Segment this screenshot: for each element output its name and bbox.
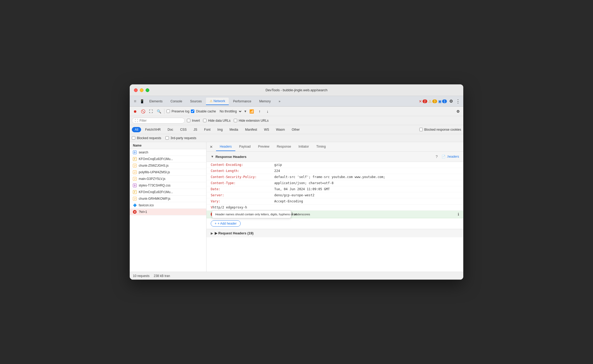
plus-icon: + xyxy=(215,222,217,225)
record-button[interactable]: ⏺ xyxy=(132,108,138,115)
header-value-vary2: http/2 edgeproxy-h xyxy=(213,206,459,209)
detail-tab-initiator[interactable]: Initiator xyxy=(295,143,312,151)
filter-icon: ⛶ xyxy=(135,119,138,122)
header-row-server: Server: deno/gcp-europe-west2 xyxy=(206,192,463,198)
headers-content: ▼ Response Headers ? 📄 .headers Content-… xyxy=(206,152,463,272)
minimize-button[interactable] xyxy=(140,88,143,92)
request-item-favicon[interactable]: 🔷 favicon.ico xyxy=(130,202,206,209)
invert-checkbox-label[interactable]: Invert xyxy=(187,119,200,122)
add-header-button[interactable]: + + Add header xyxy=(211,220,241,227)
header-value-content-type: application/json; charset=utf-8 xyxy=(274,181,459,185)
main-content: Name D search F KFOmCnqEu92Fr1Mu... J ch… xyxy=(130,142,463,272)
hide-data-urls-checkbox[interactable] xyxy=(203,119,206,122)
settings-icon[interactable]: ⚙ xyxy=(448,98,454,104)
info-icon[interactable]: ℹ xyxy=(458,212,459,216)
devtools-tab-bar: ⌗ 📱 Elements Console Sources ⚠ ⚠ Network… xyxy=(130,96,463,107)
type-pill-js[interactable]: JS xyxy=(191,127,200,132)
detail-tab-headers[interactable]: Headers xyxy=(216,143,235,151)
headers-file-link[interactable]: 📄 .headers xyxy=(442,155,459,158)
third-party-checkbox[interactable] xyxy=(165,136,169,140)
preserve-log-checkbox[interactable] xyxy=(167,110,170,113)
blocked-cookies-checkbox[interactable] xyxy=(419,128,423,131)
extra-checks-bar: Blocked requests 3rd-party requests xyxy=(130,134,463,142)
wifi-icon[interactable]: 📶 xyxy=(249,108,255,115)
type-pill-fetch-xhr[interactable]: Fetch/XHR xyxy=(142,127,164,132)
transfer-size: 238 kB tran xyxy=(154,274,170,278)
download-button[interactable]: ↓ xyxy=(264,108,271,115)
help-icon[interactable]: ? xyxy=(434,154,439,160)
disable-cache-checkbox-label[interactable]: Disable cache xyxy=(191,110,216,113)
disable-cache-checkbox[interactable] xyxy=(191,110,194,113)
request-item-search[interactable]: D search xyxy=(130,149,206,156)
close-detail-button[interactable]: ✕ xyxy=(209,144,214,149)
tab-more[interactable]: » xyxy=(275,98,284,105)
filter-toggle-button[interactable]: ⛶ xyxy=(148,108,154,115)
type-pill-manifest[interactable]: Manifest xyxy=(242,127,260,132)
clear-button[interactable]: 🚫 xyxy=(140,108,146,115)
upload-button[interactable]: ↑ xyxy=(257,108,263,115)
detail-tab-preview[interactable]: Preview xyxy=(254,143,273,151)
network-settings-icon[interactable]: ⚙ xyxy=(455,108,461,115)
detail-tab-response[interactable]: Response xyxy=(273,143,295,151)
type-pill-css[interactable]: CSS xyxy=(177,127,190,132)
header-row-date: Date: Tue, 04 Jun 2024 11:09:05 GMT xyxy=(206,186,463,192)
search-button[interactable]: 🔍 xyxy=(156,108,162,115)
blocked-cookies-checkbox-label[interactable]: Blocked response cookies xyxy=(419,128,461,131)
type-pill-ws[interactable]: WS xyxy=(261,127,272,132)
blocked-requests-checkbox[interactable] xyxy=(132,136,135,140)
request-item-styles[interactable]: S styles-T73CSHRQ.css xyxy=(130,182,206,189)
type-pill-media[interactable]: Media xyxy=(227,127,241,132)
request-name-styles: styles-T73CSHRQ.css xyxy=(139,184,170,187)
request-headers-section[interactable]: ▶ ▶ Request Headers (19) xyxy=(206,229,463,237)
header-value-vary1: Accept-Encoding xyxy=(274,199,459,203)
title-bar: DevTools - bubble-jingle.web.app/search xyxy=(130,84,463,96)
maximize-button[interactable] xyxy=(146,88,149,92)
type-filter-bar: All Fetch/XHR Doc CSS JS Font Img Media … xyxy=(130,125,463,134)
inspect-element-icon[interactable]: ⌗ xyxy=(132,98,138,104)
tab-elements[interactable]: Elements xyxy=(146,98,166,105)
detail-tab-payload[interactable]: Payload xyxy=(235,143,254,151)
hide-extension-urls-checkbox-label[interactable]: Hide extension URLs xyxy=(234,119,269,122)
request-headers-title: ▶ Request Headers (19) xyxy=(215,231,254,235)
request-item-chunk2[interactable]: J chunk-GRHMKOWP.js xyxy=(130,195,206,202)
header-row-content-encoding: Content-Encoding: gzip xyxy=(206,162,463,168)
request-item-polyfills[interactable]: J polyfills-UPW4ZMSl.js xyxy=(130,169,206,176)
third-party-checkbox-label[interactable]: 3rd-party requests xyxy=(165,136,196,140)
request-item-chunk1[interactable]: J chunk-Z5WZJGHS.js xyxy=(130,162,206,169)
request-list: Name D search F KFOmCnqEu92Fr1Mu... J ch… xyxy=(130,142,206,272)
close-button[interactable] xyxy=(134,88,138,92)
header-value-content-length: 224 xyxy=(274,169,459,173)
tab-network[interactable]: ⚠ ⚠ NetworkNetwork xyxy=(206,98,229,105)
blocked-requests-checkbox-label[interactable]: Blocked requests xyxy=(132,136,161,140)
type-pill-all[interactable]: All xyxy=(132,127,141,132)
type-pill-font[interactable]: Font xyxy=(201,127,213,132)
request-item-error[interactable]: ✕ ?lvl=1 xyxy=(130,209,206,215)
request-item-main[interactable]: J main-G3PZY5LV.js xyxy=(130,176,206,182)
filter-checkboxes: Invert Hide data URLs Hide extension URL… xyxy=(187,119,268,122)
request-item-font1[interactable]: F KFOmCnqEu92Fr1Mu... xyxy=(130,156,206,162)
tab-sources[interactable]: Sources xyxy=(186,98,205,105)
hide-extension-urls-checkbox[interactable] xyxy=(234,119,237,122)
invert-checkbox[interactable] xyxy=(187,119,190,122)
device-toolbar-icon[interactable]: 📱 xyxy=(139,98,145,104)
filter-input[interactable] xyxy=(140,119,182,122)
tab-performance[interactable]: Performance xyxy=(229,98,255,105)
tab-console[interactable]: Console xyxy=(167,98,186,105)
type-pill-other[interactable]: Other xyxy=(289,127,303,132)
tab-memory[interactable]: Memory xyxy=(255,98,274,105)
throttling-select[interactable]: No throttling xyxy=(218,109,242,114)
type-pill-doc[interactable]: Doc xyxy=(165,127,176,132)
header-value-content-encoding: gzip xyxy=(274,163,459,167)
response-headers-section-header[interactable]: ▼ Response Headers ? 📄 .headers xyxy=(206,152,463,162)
preserve-log-checkbox-label[interactable]: Preserve log xyxy=(167,110,189,113)
filter-input-wrap: ⛶ xyxy=(132,118,185,124)
detail-tab-timing[interactable]: Timing xyxy=(313,143,330,151)
hide-data-urls-checkbox-label[interactable]: Hide data URLs xyxy=(203,119,231,122)
status-bar: 10 requests 238 kB tran xyxy=(130,272,463,280)
window-title: DevTools - bubble-jingle.web.app/search xyxy=(266,88,327,92)
more-options-icon[interactable]: ⋮ xyxy=(455,98,461,104)
network-toolbar: ⏺ 🚫 ⛶ 🔍 Preserve log Disable cache No th… xyxy=(130,107,463,116)
request-item-font2[interactable]: F KFOmCnqEu92Fr1Mu... xyxy=(130,189,206,195)
type-pill-wasm[interactable]: Wasm xyxy=(273,127,288,132)
type-pill-img[interactable]: Img xyxy=(214,127,226,132)
